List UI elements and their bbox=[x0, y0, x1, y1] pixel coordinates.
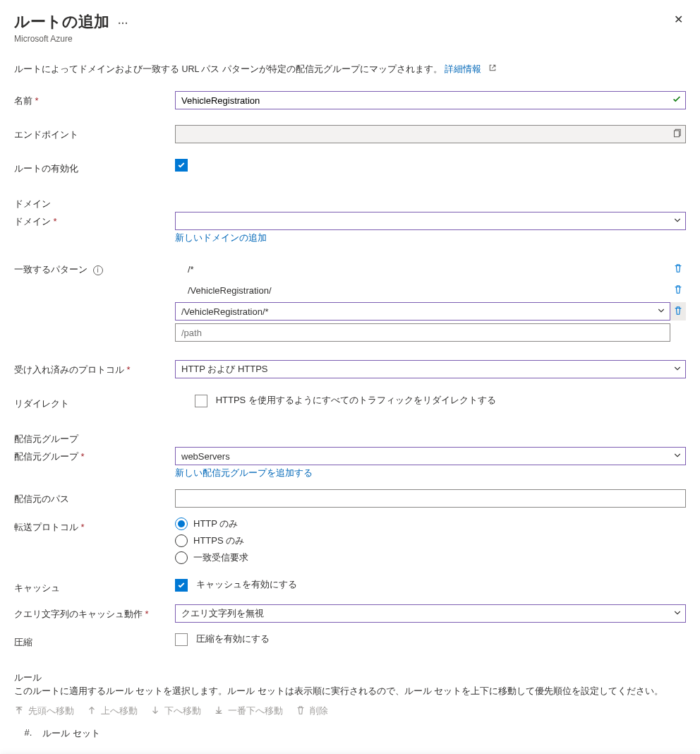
rules-section-desc: このルートに適用するルール セットを選択します。ルール セットは表示順に実行され… bbox=[14, 686, 686, 698]
radio-icon bbox=[175, 551, 188, 564]
endpoint-input bbox=[175, 125, 686, 143]
pattern-row: /VehicleRegistration/ bbox=[175, 281, 686, 299]
pattern-value[interactable]: /VehicleRegistration/ bbox=[175, 281, 670, 299]
arrow-bottom-icon bbox=[214, 705, 224, 717]
redirect-label: リダイレクト bbox=[14, 394, 175, 410]
pattern-row-active: /VehicleRegistration/* bbox=[175, 302, 686, 321]
move-bottom-button[interactable]: 一番下へ移動 bbox=[214, 705, 283, 717]
compression-option-text: 圧縮を有効にする bbox=[196, 633, 270, 644]
rule-col-name: ルール セット bbox=[42, 727, 100, 740]
query-behavior-label: クエリ文字列のキャッシュ動作 bbox=[14, 604, 175, 623]
pattern-new-input[interactable] bbox=[175, 323, 670, 342]
rule-list-header: #. ルール セット bbox=[14, 727, 686, 740]
origin-group-label: 配信元グループ bbox=[14, 447, 175, 479]
pattern-active-value: /VehicleRegistration/* bbox=[181, 306, 269, 317]
radio-icon bbox=[175, 517, 188, 530]
enable-route-label: ルートの有効化 bbox=[14, 159, 175, 175]
origin-path-input[interactable] bbox=[175, 489, 686, 508]
endpoint-label: エンドポイント bbox=[14, 125, 175, 143]
toolbar-label: 先頭へ移動 bbox=[28, 705, 74, 717]
intro-text: ルートによってドメインおよび一致する URL パス パターンが特定の配信元グルー… bbox=[14, 64, 686, 76]
domain-select[interactable] bbox=[175, 212, 686, 230]
delete-icon bbox=[296, 705, 306, 717]
info-icon[interactable]: i bbox=[93, 265, 103, 275]
chevron-down-icon bbox=[657, 306, 665, 317]
radio-label: HTTPS のみ bbox=[193, 534, 244, 547]
compression-label: 圧縮 bbox=[14, 633, 175, 649]
compression-checkbox[interactable] bbox=[175, 633, 188, 646]
arrow-down-icon bbox=[150, 705, 160, 717]
patterns-label: 一致するパターン i bbox=[14, 260, 175, 345]
panel-title: ルートの追加 ··· bbox=[14, 11, 128, 32]
forwarding-protocol-label: 転送プロトコル bbox=[14, 517, 175, 568]
query-behavior-value: クエリ文字列を無視 bbox=[181, 607, 264, 620]
query-behavior-select[interactable]: クエリ文字列を無視 bbox=[175, 604, 686, 623]
toolbar-label: 上へ移動 bbox=[101, 705, 138, 717]
pattern-value[interactable]: /* bbox=[175, 260, 670, 278]
pattern-row: /* bbox=[175, 260, 686, 278]
toolbar-label: 下へ移動 bbox=[164, 705, 201, 717]
add-origin-group-link[interactable]: 新しい配信元グループを追加する bbox=[175, 467, 313, 479]
patterns-label-text: 一致するパターン bbox=[14, 264, 88, 275]
external-link-icon bbox=[488, 64, 497, 74]
forwarding-protocol-match[interactable]: 一致受信要求 bbox=[175, 551, 686, 564]
rules-section-header: ルール bbox=[14, 671, 686, 684]
name-label: 名前 bbox=[14, 91, 175, 109]
redirect-option-text: HTTPS を使用するようにすべてのトラフィックをリダイレクトする bbox=[216, 395, 496, 405]
pattern-row-new bbox=[175, 323, 686, 342]
domain-label: ドメイン bbox=[14, 212, 175, 244]
panel-title-text: ルートの追加 bbox=[14, 13, 109, 30]
origin-group-value: webServers bbox=[181, 451, 230, 462]
radio-label: HTTP のみ bbox=[193, 517, 238, 530]
forwarding-protocol-http[interactable]: HTTP のみ bbox=[175, 517, 686, 530]
move-up-button[interactable]: 上へ移動 bbox=[87, 705, 138, 717]
learn-more-link[interactable]: 詳細情報 bbox=[445, 64, 481, 74]
cache-label: キャッシュ bbox=[14, 578, 175, 594]
delete-icon[interactable] bbox=[673, 263, 683, 275]
arrow-top-icon bbox=[14, 705, 24, 717]
cache-checkbox[interactable] bbox=[175, 579, 188, 592]
move-top-button[interactable]: 先頭へ移動 bbox=[14, 705, 74, 717]
radio-icon bbox=[175, 534, 188, 547]
name-input[interactable] bbox=[175, 91, 686, 109]
rule-col-number: #. bbox=[14, 727, 42, 740]
accepted-protocols-label: 受け入れ済みのプロトコル bbox=[14, 360, 175, 378]
accepted-protocols-select[interactable]: HTTP および HTTPS bbox=[175, 360, 686, 378]
arrow-up-icon bbox=[87, 705, 97, 717]
pattern-input-active[interactable]: /VehicleRegistration/* bbox=[175, 302, 670, 321]
delete-icon[interactable] bbox=[673, 306, 683, 318]
close-button[interactable]: ✕ bbox=[671, 11, 686, 28]
panel-subtitle: Microsoft Azure bbox=[14, 34, 128, 44]
move-down-button[interactable]: 下へ移動 bbox=[150, 705, 201, 717]
enable-route-checkbox[interactable] bbox=[175, 159, 188, 172]
delete-rule-button[interactable]: 削除 bbox=[296, 705, 328, 717]
toolbar-label: 削除 bbox=[310, 705, 328, 717]
cache-option-text: キャッシュを有効にする bbox=[196, 579, 297, 590]
toolbar-label: 一番下へ移動 bbox=[228, 705, 283, 717]
redirect-checkbox[interactable] bbox=[195, 395, 207, 407]
add-domain-link[interactable]: 新しいドメインの追加 bbox=[175, 232, 267, 244]
origin-group-section-header: 配信元グループ bbox=[14, 433, 686, 445]
forwarding-protocol-https[interactable]: HTTPS のみ bbox=[175, 534, 686, 547]
radio-label: 一致受信要求 bbox=[193, 551, 248, 564]
accepted-protocols-value: HTTP および HTTPS bbox=[181, 363, 268, 376]
origin-group-select[interactable]: webServers bbox=[175, 447, 686, 465]
intro-text-content: ルートによってドメインおよび一致する URL パス パターンが特定の配信元グルー… bbox=[14, 64, 442, 74]
rules-toolbar: 先頭へ移動 上へ移動 下へ移動 一番下へ移動 削除 bbox=[14, 705, 686, 717]
domain-section-header: ドメイン bbox=[14, 198, 686, 210]
more-icon[interactable]: ··· bbox=[118, 18, 128, 29]
delete-icon[interactable] bbox=[673, 285, 683, 297]
origin-path-label: 配信元のパス bbox=[14, 489, 175, 508]
